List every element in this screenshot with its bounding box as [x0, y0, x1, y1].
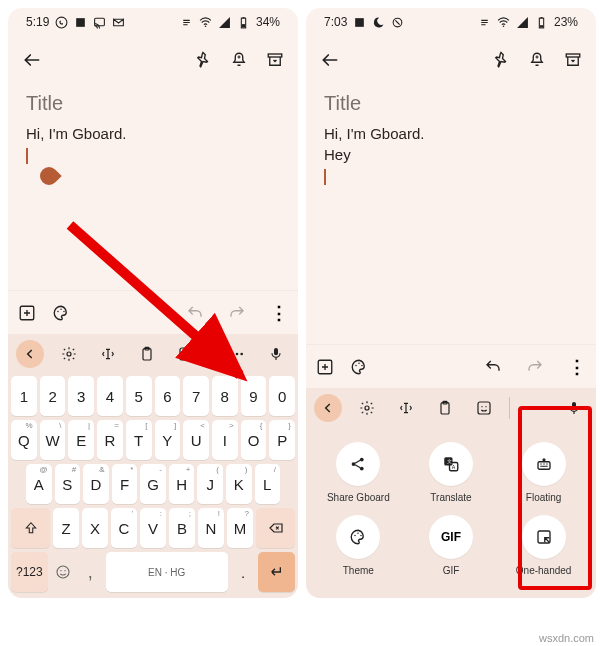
- comma-key[interactable]: ,: [78, 552, 102, 592]
- kb-clipboard-button[interactable]: [133, 340, 161, 368]
- theme-option[interactable]: Theme: [318, 515, 398, 576]
- pin-button[interactable]: [194, 51, 212, 69]
- key-l[interactable]: L/: [255, 464, 281, 504]
- key-d[interactable]: D&: [83, 464, 109, 504]
- gif-option[interactable]: GIF GIF: [411, 515, 491, 576]
- more-button[interactable]: ⋮: [568, 356, 586, 378]
- shift-key[interactable]: [11, 508, 50, 548]
- backspace-key[interactable]: [256, 508, 295, 548]
- chevron-left-icon: [23, 347, 37, 361]
- note-area[interactable]: Title Hi, I'm Gboard. Hey: [306, 84, 596, 344]
- archive-button[interactable]: [266, 51, 284, 69]
- svg-point-24: [64, 570, 65, 571]
- key-q[interactable]: Q%: [11, 420, 37, 460]
- carrier-icon: [391, 16, 404, 29]
- key-z[interactable]: Z: [53, 508, 79, 548]
- title-field[interactable]: Title: [8, 84, 298, 119]
- keyboard[interactable]: 1234567890 Q%W\E|R=T[Y]U<I>O{P} A@S#D&F*…: [8, 374, 298, 598]
- enter-key[interactable]: [258, 552, 295, 592]
- redo-icon: [228, 304, 246, 322]
- pin-button[interactable]: [492, 51, 510, 69]
- kb-textselect-button[interactable]: [392, 394, 420, 422]
- kb-settings-button[interactable]: [353, 394, 381, 422]
- kb-more-button[interactable]: [521, 394, 549, 422]
- reminder-button[interactable]: [230, 51, 248, 69]
- key-j[interactable]: J(: [197, 464, 223, 504]
- archive-button[interactable]: [564, 51, 582, 69]
- svg-rect-29: [540, 17, 542, 18]
- kb-back-button[interactable]: [314, 394, 342, 422]
- key-b[interactable]: B;: [169, 508, 195, 548]
- key-s[interactable]: S#: [55, 464, 81, 504]
- key-x[interactable]: X: [82, 508, 108, 548]
- cast-icon: [93, 16, 106, 29]
- key-o[interactable]: O{: [241, 420, 267, 460]
- kb-mic-button[interactable]: [560, 394, 588, 422]
- palette-button[interactable]: [52, 304, 70, 322]
- redo-button[interactable]: [228, 304, 246, 322]
- svg-point-35: [361, 364, 363, 366]
- svg-text:A: A: [452, 464, 456, 470]
- key-3[interactable]: 3: [68, 376, 94, 416]
- note-body[interactable]: Hi, I'm Gboard.: [8, 119, 298, 183]
- key-0[interactable]: 0: [269, 376, 295, 416]
- key-h[interactable]: H+: [169, 464, 195, 504]
- reminder-button[interactable]: [528, 51, 546, 69]
- key-2[interactable]: 2: [40, 376, 66, 416]
- back-button[interactable]: [22, 50, 42, 70]
- floating-option[interactable]: Floating: [504, 442, 584, 503]
- kb-back-button[interactable]: [16, 340, 44, 368]
- kb-mic-button[interactable]: [262, 340, 290, 368]
- key-a[interactable]: A@: [26, 464, 52, 504]
- note-area[interactable]: Title Hi, I'm Gboard.: [8, 84, 298, 290]
- more-button[interactable]: ⋮: [270, 302, 288, 324]
- key-4[interactable]: 4: [97, 376, 123, 416]
- space-key[interactable]: EN · HG: [106, 552, 228, 592]
- key-n[interactable]: N!: [198, 508, 224, 548]
- kb-more-button[interactable]: [223, 340, 251, 368]
- kb-settings-button[interactable]: [55, 340, 83, 368]
- back-button[interactable]: [320, 50, 340, 70]
- key-f[interactable]: F*: [112, 464, 138, 504]
- key-8[interactable]: 8: [212, 376, 238, 416]
- key-9[interactable]: 9: [241, 376, 267, 416]
- translate-option[interactable]: 文A Translate: [411, 442, 491, 503]
- key-y[interactable]: Y]: [155, 420, 181, 460]
- add-box-button[interactable]: [316, 358, 334, 376]
- note-body[interactable]: Hi, I'm Gboard. Hey: [306, 119, 596, 186]
- title-field[interactable]: Title: [306, 84, 596, 119]
- key-1[interactable]: 1: [11, 376, 37, 416]
- emoji-key[interactable]: [51, 552, 75, 592]
- redo-button[interactable]: [526, 358, 544, 376]
- key-i[interactable]: I>: [212, 420, 238, 460]
- key-m[interactable]: M?: [227, 508, 253, 548]
- share-gboard-option[interactable]: Share Gboard: [318, 442, 398, 503]
- undo-button[interactable]: [484, 358, 502, 376]
- key-u[interactable]: U<: [183, 420, 209, 460]
- key-k[interactable]: K): [226, 464, 252, 504]
- key-g[interactable]: G-: [140, 464, 166, 504]
- key-p[interactable]: P}: [269, 420, 295, 460]
- undo-button[interactable]: [186, 304, 204, 322]
- cursor-handle[interactable]: [36, 163, 61, 188]
- add-box-button[interactable]: [18, 304, 36, 322]
- palette-button[interactable]: [350, 358, 368, 376]
- one-handed-option[interactable]: One-handed: [504, 515, 584, 576]
- symbols-key[interactable]: ?123: [11, 552, 48, 592]
- period-key[interactable]: .: [231, 552, 255, 592]
- key-c[interactable]: C': [111, 508, 137, 548]
- kb-sticker-button[interactable]: [470, 394, 498, 422]
- key-5[interactable]: 5: [126, 376, 152, 416]
- svg-point-40: [481, 406, 482, 407]
- key-t[interactable]: T[: [126, 420, 152, 460]
- key-7[interactable]: 7: [183, 376, 209, 416]
- key-6[interactable]: 6: [155, 376, 181, 416]
- kb-sticker-button[interactable]: [172, 340, 200, 368]
- key-w[interactable]: W\: [40, 420, 66, 460]
- key-v[interactable]: V:: [140, 508, 166, 548]
- kb-textselect-button[interactable]: [94, 340, 122, 368]
- key-e[interactable]: E|: [68, 420, 94, 460]
- volte-icon: [180, 16, 193, 29]
- key-r[interactable]: R=: [97, 420, 123, 460]
- kb-clipboard-button[interactable]: [431, 394, 459, 422]
